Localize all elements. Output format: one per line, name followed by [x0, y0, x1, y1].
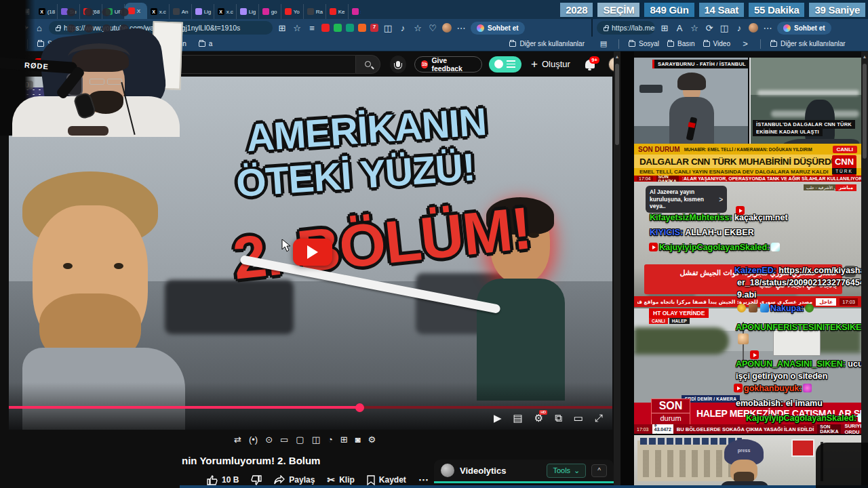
videolytics-tools-button[interactable]: Tools ⌄ [547, 464, 586, 478]
more-menu-icon[interactable]: ⋯ [456, 24, 467, 33]
green-extension-icon[interactable] [334, 24, 342, 32]
like-button[interactable]: 10 B [207, 475, 239, 485]
yt-extension-icon[interactable] [321, 24, 330, 32]
scroll-up-icon[interactable]: ▲ [614, 52, 620, 59]
rode-logo: RØDE [24, 60, 50, 70]
scrollbar-thumb[interactable] [615, 64, 619, 145]
favorite-star-icon[interactable]: ☆ [689, 24, 700, 33]
url-text[interactable]: https://lab.mer... [612, 24, 655, 32]
captions-icon[interactable]: ▤ [513, 413, 522, 423]
ht-video[interactable]: HT OLAY YERİNDE CANLI HALEP ERDİ DEMİR /… [634, 308, 861, 434]
read-aloud-icon[interactable]: A [674, 24, 685, 33]
settings-gear-icon[interactable]: ⚙HD [534, 413, 543, 423]
favorite-star-icon[interactable]: ☆ [292, 24, 302, 33]
progress-playhead[interactable] [355, 403, 364, 412]
overflow-chevron-icon[interactable]: > [740, 39, 751, 48]
favorites-bar-icon[interactable]: ☆ [412, 24, 423, 33]
camera-icon[interactable]: ◙ [355, 434, 361, 445]
speed-icon[interactable]: ◔ [328, 434, 333, 445]
notifications-button[interactable]: 9+ [585, 60, 595, 68]
more-actions-button[interactable]: ⋯ [418, 474, 429, 486]
collections-icon[interactable]: ◫ [719, 24, 730, 33]
browser-tab[interactable]: Ra [304, 4, 326, 19]
streamer-desktop: ⌄ ▣ X(18Su(68URXXx.cAnLigXx.cLiggoYoRaKe… [0, 0, 868, 488]
right-page-scrollbar[interactable]: ▲ [861, 52, 868, 488]
autoplay-toggle-icon[interactable]: ▶ [494, 413, 502, 423]
play-button[interactable] [293, 239, 332, 266]
dislike-button[interactable] [251, 475, 262, 485]
home-icon[interactable]: ⌂ [34, 24, 45, 33]
save-button[interactable]: Kaydet [367, 475, 406, 485]
settings-icon[interactable]: ⚙ [368, 434, 376, 445]
browser-tab[interactable]: An [170, 4, 192, 19]
reload-icon[interactable]: ⟳ [704, 24, 715, 33]
bookmark-folder[interactable]: Video [703, 40, 730, 47]
clip-button[interactable]: ✂ Klip [327, 474, 354, 485]
sidebar-toggle-icon[interactable]: ▤ [598, 40, 609, 47]
voice-search-button[interactable] [390, 56, 406, 73]
browser-tab[interactable]: Ke [326, 4, 349, 19]
browser-tab[interactable]: X(18 [35, 4, 58, 19]
health-icon[interactable]: ♡ [427, 24, 438, 33]
orange-extension-icon[interactable] [358, 24, 366, 32]
more-menu-icon[interactable]: ⋯ [762, 24, 773, 33]
loop-icon[interactable]: ⇄ [234, 434, 241, 445]
aljazeera-video[interactable]: محيط حي الأشرفية - حلب مباشر Al Jazeera … [634, 182, 861, 308]
profile-avatar[interactable] [442, 23, 452, 33]
folder-icon [703, 41, 710, 47]
tooltip-text: Al Jazeera yayın kuruluşuna, kısmen veya… [650, 188, 716, 210]
browser-tab[interactable]: Yo [281, 4, 304, 19]
browser-tab[interactable]: sfe [349, 4, 361, 19]
split-screen-icon[interactable]: ⊞ [659, 24, 670, 33]
screenshot-icon[interactable]: ▢ [296, 434, 304, 445]
teal-extension-icon[interactable] [346, 24, 354, 32]
create-button[interactable]: + Oluştur [531, 58, 570, 71]
browser-tab[interactable]: Lig [237, 4, 259, 19]
miniplayer-icon[interactable]: ⧉ [555, 413, 562, 423]
videolytics-collapse-button[interactable]: ^ [591, 464, 607, 477]
aj-info-tooltip[interactable]: Al Jazeera yayın kuruluşuna, kısmen veya… [646, 186, 727, 213]
extension-toggle[interactable] [489, 56, 521, 73]
collections-icon[interactable]: ◫ [382, 24, 393, 33]
copilot-chat-button[interactable]: Sohbet et [471, 22, 525, 35]
bookmark-folder[interactable]: Basın [667, 40, 695, 47]
extensions-icon[interactable]: ≡ [307, 24, 317, 33]
search-button[interactable] [356, 55, 380, 74]
cnn-wordmark: CNN [832, 155, 856, 168]
hd-quality-badge: HD [539, 410, 547, 415]
fullscreen-icon[interactable]: ⤢ [595, 413, 603, 423]
theater-mode-icon[interactable]: ▭ [574, 413, 583, 423]
scroll-up-icon[interactable]: ▲ [861, 52, 868, 59]
search-input[interactable] [157, 55, 355, 74]
browser-tab[interactable]: Lig [192, 4, 214, 19]
bookmark-folder[interactable]: a [199, 40, 213, 47]
ht-ticker-text2: SURİYE ORDU [844, 424, 861, 434]
browser-tab[interactable]: go [259, 4, 281, 19]
address-bar[interactable]: https://lab.mer... [597, 21, 655, 35]
zotero-extension-icon[interactable]: 7 [370, 24, 378, 32]
window-gap [620, 52, 634, 488]
share-button[interactable]: Paylaş [274, 475, 315, 485]
media-icon[interactable]: ♪ [734, 24, 745, 33]
browser-tab[interactable]: Xx.c [147, 4, 170, 19]
browser-tab[interactable]: Xx.c [214, 4, 237, 19]
give-feedback-button[interactable]: 1b Give feedback [414, 56, 482, 73]
left-page-scrollbar[interactable]: ▲ [614, 52, 620, 488]
cnn-banner: SON DURUM MUHABİR: EMEL TELLİ / KAMERAMA… [634, 144, 861, 182]
aj-banner-line2: باتجاه حي الجلاء في حلب [759, 281, 837, 289]
crop-icon[interactable]: ◫ [312, 434, 320, 445]
overlay-settings-gear-icon[interactable]: ⚙ [844, 266, 856, 277]
copilot-chat-button[interactable]: Sohbet et [777, 22, 831, 35]
other-favorites[interactable]: Diğer sık kullanılanlar [509, 40, 585, 47]
other-favorites[interactable]: Diğer sık kullanılanlar [770, 40, 846, 47]
bookmark-folder[interactable]: Sosyal [629, 40, 659, 47]
media-icon[interactable]: ♪ [397, 24, 408, 33]
quality-icon[interactable]: ⊙ [265, 434, 273, 445]
split-screen-icon[interactable]: ⊞ [277, 24, 288, 33]
profile-avatar[interactable] [749, 23, 758, 33]
broadcast-icon[interactable]: (•) [249, 434, 258, 445]
cinema-icon[interactable]: ▭ [280, 434, 288, 445]
scrollbar-thumb[interactable] [863, 64, 867, 159]
pip-icon[interactable]: ⊞ [340, 434, 348, 445]
feather-favicon [240, 8, 247, 15]
